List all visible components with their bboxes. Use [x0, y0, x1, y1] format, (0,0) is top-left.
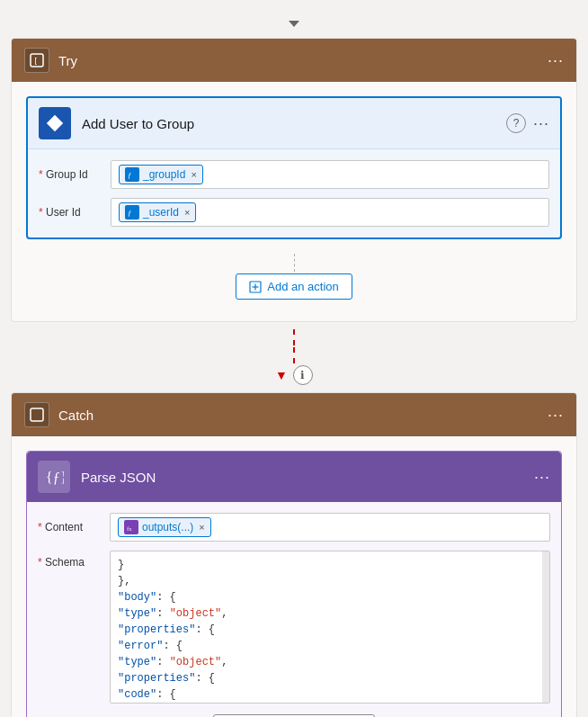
token-icon: ƒ [125, 167, 139, 182]
svg-text:ƒ: ƒ [128, 171, 132, 179]
variable-icon2: ƒ [128, 208, 137, 217]
catch-menu-button[interactable]: ··· [548, 406, 564, 425]
add-user-action-header: Add User to Group ? ··· [28, 98, 560, 149]
dashed-arrow-icon: ▼ [275, 368, 288, 382]
schema-line-4: "type": "object", [118, 605, 542, 622]
try-block: [ ] Try ··· Add User to Group ? [11, 38, 577, 322]
catch-block-icon [30, 408, 44, 422]
catch-header: Catch ··· [12, 393, 576, 436]
schema-line-8: "properties": { [118, 670, 542, 686]
content-input[interactable]: fx outputs(...) × [110, 513, 550, 542]
schema-textarea[interactable]: } }, "body": { "type": "object", "proper… [110, 551, 550, 704]
try-menu-button[interactable]: ··· [548, 51, 564, 70]
add-icon [249, 281, 262, 293]
schema-line-2: }, [118, 573, 542, 589]
schema-line-1: } [118, 557, 542, 573]
add-action-label: Add an action [267, 280, 339, 293]
outputs-token: fx outputs(...) × [118, 517, 211, 537]
group-id-token-label: _groupId [143, 168, 185, 181]
add-action-button[interactable]: Add an action [236, 273, 352, 300]
schema-label: * Schema [38, 551, 110, 569]
catch-body: {ƒ} Parse JSON ··· * Content [12, 436, 576, 717]
token-icon2: ƒ [125, 205, 139, 220]
flow-container: [ ] Try ··· Add User to Group ? [0, 0, 588, 717]
parse-json-menu-button[interactable]: ··· [534, 468, 550, 487]
svg-text:ƒ: ƒ [128, 209, 132, 217]
outputs-token-label: outputs(...) [142, 521, 193, 533]
diamond-icon [45, 113, 65, 133]
user-id-label: * User Id [39, 206, 111, 219]
parse-json-header: {ƒ} Parse JSON ··· [27, 452, 561, 502]
user-id-token: ƒ _userId × [119, 202, 196, 222]
group-id-token: ƒ _groupId × [119, 165, 203, 184]
variable-icon: ƒ [128, 170, 137, 179]
parse-json-title: Parse JSON [81, 470, 534, 485]
group-id-input[interactable]: ƒ _groupId × [111, 160, 549, 189]
svg-text:[ ]: [ ] [33, 57, 44, 66]
try-icon: [ ] [24, 48, 49, 73]
schema-line-9: "code": { [118, 686, 542, 703]
connector-row: ▼ ℹ [275, 365, 313, 385]
required-marker2: * [39, 206, 46, 219]
parse-fields: * Content fx outputs(...) [27, 502, 561, 717]
required-marker4: * [38, 556, 45, 569]
content-field-row: * Content fx outputs(...) [38, 513, 550, 542]
group-id-remove-button[interactable]: × [191, 169, 196, 180]
user-id-input[interactable]: ƒ _userId × [111, 198, 549, 227]
schema-scrollbar[interactable] [542, 551, 549, 703]
action-menu-button[interactable]: ··· [533, 114, 549, 133]
schema-line-10: "type": "string" [118, 703, 542, 704]
down-arrow-icon [287, 16, 301, 31]
group-id-field-row: * Group Id ƒ _groupId [39, 160, 549, 189]
outputs-remove-button[interactable]: × [199, 522, 204, 533]
add-user-action-icon [39, 107, 71, 139]
curly-braces-icon: {ƒ} [44, 467, 64, 487]
svg-text:fx: fx [127, 525, 132, 532]
user-id-token-label: _userId [143, 206, 179, 219]
required-marker3: * [38, 521, 45, 533]
parse-json-card: {ƒ} Parse JSON ··· * Content [26, 451, 562, 717]
top-connector [287, 9, 301, 38]
schema-line-7: "type": "object", [118, 654, 542, 670]
content-label: * Content [38, 521, 110, 533]
schema-line-5: "properties": { [118, 622, 542, 638]
schema-field-row: * Schema } }, "body": { "type": [38, 551, 550, 704]
schema-line-3: "body": { [118, 589, 542, 605]
group-id-label: * Group Id [39, 168, 111, 181]
add-action-connector: Add an action [26, 239, 562, 307]
info-circle-button[interactable]: ℹ [293, 365, 313, 385]
required-marker: * [39, 168, 46, 181]
try-title: Try [58, 53, 548, 68]
dashed-line1 [293, 329, 295, 345]
action-fields: * Group Id ƒ _groupId [28, 149, 560, 238]
connector-line [294, 254, 295, 272]
add-user-action-card: Add User to Group ? ··· * Group Id [26, 96, 562, 239]
add-user-action-title: Add User to Group [82, 116, 506, 131]
catch-title: Catch [58, 408, 548, 423]
try-header: [ ] Try ··· [12, 39, 576, 82]
user-id-field-row: * User Id ƒ _userId [39, 198, 549, 227]
user-id-remove-button[interactable]: × [184, 207, 190, 218]
parse-json-icon: {ƒ} [38, 461, 70, 493]
try-block-icon: [ ] [30, 53, 44, 67]
catch-icon [24, 402, 49, 427]
schema-line-6: "error": { [118, 638, 542, 654]
catch-block: Catch ··· {ƒ} Parse JSON ··· [11, 392, 577, 717]
svg-text:{ƒ}: {ƒ} [46, 469, 64, 486]
fx-icon: fx [127, 523, 136, 532]
try-catch-connector: ▼ ℹ [275, 322, 313, 392]
try-body: Add User to Group ? ··· * Group Id [12, 82, 576, 321]
schema-container: } }, "body": { "type": "object", "proper… [110, 551, 550, 704]
token-icon3: fx [124, 520, 138, 534]
svg-rect-7 [31, 408, 43, 421]
dashed-line2 [293, 347, 295, 363]
help-button[interactable]: ? [506, 113, 526, 133]
